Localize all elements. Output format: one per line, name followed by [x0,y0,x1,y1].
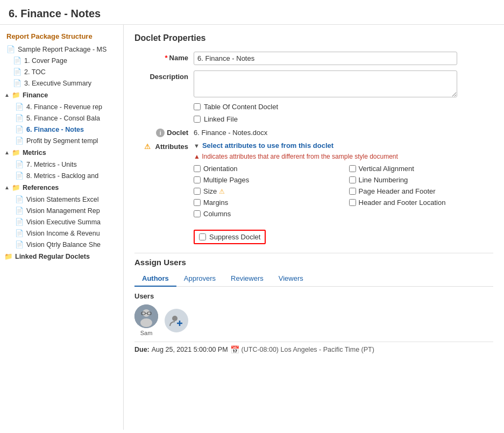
required-star: * [165,54,168,62]
sidebar-folder-finance[interactable]: ▲ 📁 Finance [0,89,123,101]
description-textarea[interactable] [194,70,457,97]
doc-icon [15,172,24,180]
sidebar-folder-metrics[interactable]: ▲ 📁 Metrics [0,146,123,159]
assign-users-tabs: Authors Approvers Reviewers Viewers [134,271,493,287]
attr-size-checkbox[interactable] [194,188,201,195]
attributes-header: ▼ Select attributes to use from this doc… [194,141,493,150]
sidebar-item-finance-notes[interactable]: 6. Finance - Notes [9,124,123,135]
doc-icon [15,240,24,249]
attr-size: Size ⚠ [194,187,338,195]
sidebar-item-vision-statements[interactable]: Vision Statements Excel [9,194,123,205]
table-of-content-row: Table Of Content Doclet [194,103,493,111]
doclet-properties-title: Doclet Properties [134,33,493,43]
caret-icon: ▲ [4,184,10,190]
description-row: Description [134,70,493,97]
users-section-title: Users [134,292,493,300]
linked-folder-icon: 📁 [4,252,13,260]
doclet-row-label: iDoclet [134,127,194,137]
doc-icon [15,137,24,145]
doc-icon [13,56,22,65]
attributes-section: ⚠ Attributes ▼ Select attributes to use … [134,141,493,220]
sidebar-folder-references[interactable]: ▲ 📁 References [0,181,123,194]
add-user-button[interactable] [165,309,188,332]
caret-icon: ▲ [4,150,10,155]
table-of-content-label: Table Of Content Doclet [204,103,278,111]
folder-icon: 📁 [12,183,20,191]
linked-file-checkbox[interactable] [194,116,201,123]
suppress-doclet-label: Suppress Doclet [209,233,260,241]
name-label: *Name [134,52,194,62]
folder-icon: 📁 [12,91,20,99]
tab-approvers[interactable]: Approvers [176,271,223,287]
info-icon[interactable]: i [156,129,165,137]
assign-users-title: Assign Users [134,258,493,267]
attr-columns: Columns [194,210,338,218]
attr-warning-text: ▲ Indicates attributes that are differen… [194,153,493,160]
tab-reviewers[interactable]: Reviewers [223,271,271,287]
doc-icon [15,218,24,226]
attr-margins: Margins [194,198,338,207]
attr-orientation-checkbox[interactable] [194,165,201,172]
attr-header-footer-location-checkbox[interactable] [349,199,356,206]
calendar-icon[interactable]: 📅 [230,345,239,354]
due-row: Due: Aug 25, 2021 5:00:00 PM 📅 (UTC-08:0… [134,345,493,354]
due-date: Aug 25, 2021 5:00:00 PM [152,346,228,353]
sidebar-linked-regular[interactable]: 📁 Linked Regular Doclets [0,250,123,262]
sidebar-section-title: Report Package Structure [0,30,123,44]
sidebar-item-vision-income[interactable]: Vision Income & Revenu [9,228,123,239]
attributes-label: ⚠ Attributes [134,141,194,220]
users-row: Sam [134,304,493,336]
sidebar-item-cover[interactable]: 1. Cover Page [0,55,123,66]
attributes-warning-icon: ⚠ [144,143,151,151]
name-row: *Name [134,52,493,65]
sidebar-item-toc[interactable]: 2. TOC [0,66,123,77]
sidebar: Report Package Structure Sample Report P… [0,25,124,430]
attr-page-header-footer-checkbox[interactable] [349,188,356,195]
attr-multiple-pages-checkbox[interactable] [194,176,201,183]
attr-line-numbering-checkbox[interactable] [349,176,356,183]
attr-page-header-footer: Page Header and Footer [349,187,494,195]
doc-icon [15,160,24,168]
doc-icon [6,45,15,53]
tab-authors[interactable]: Authors [134,271,176,287]
folder-icon: 📁 [12,148,20,157]
attr-margins-checkbox[interactable] [194,199,201,206]
svg-point-2 [140,318,152,327]
main-content: Doclet Properties *Name Description Tabl… [124,25,504,430]
table-of-content-checkbox[interactable] [194,103,201,110]
attributes-content: ▼ Select attributes to use from this doc… [194,141,493,220]
name-input[interactable] [194,52,457,65]
description-label: Description [134,70,194,81]
linked-file-row: Linked File [194,115,493,123]
suppress-doclet-checkbox[interactable] [199,233,206,240]
sidebar-item-metrics-units[interactable]: 7. Metrics - Units [9,159,123,170]
caret-icon: ▲ [4,92,10,98]
sidebar-item-finance-rev[interactable]: 4. Finance - Revenue rep [9,101,123,112]
user-sam-name: Sam [140,330,153,336]
doc-icon [15,125,24,133]
avatar-sam [134,304,158,328]
doc-icon [15,207,24,215]
attr-columns-checkbox[interactable] [194,210,201,217]
suppress-doclet-container: Suppress Doclet [194,230,266,244]
sidebar-item-profit-seg[interactable]: Profit by Segment templ [9,135,123,146]
doclet-filename: 6. Finance - Notes.docx [194,129,267,137]
tab-viewers[interactable]: Viewers [271,271,311,287]
user-sam-container: Sam [134,304,158,336]
sidebar-item-exec-summary[interactable]: 3. Executive Summary [0,77,123,89]
doc-icon [15,195,24,203]
sidebar-item-sample[interactable]: Sample Report Package - MS [0,44,123,55]
sidebar-item-metrics-backlog[interactable]: 8. Metrics - Backlog and [9,170,123,181]
expand-caret-icon: ▼ [194,143,200,149]
due-divider [134,342,493,342]
sidebar-item-vision-qtrly[interactable]: Vision Qtrly Balance She [9,239,123,250]
attr-vertical-alignment-checkbox[interactable] [349,165,356,172]
attr-multiple-pages: Multiple Pages [194,176,338,184]
due-label: Due: [134,346,150,353]
sidebar-item-vision-executive[interactable]: Vision Executive Summa [9,216,123,228]
doc-icon [15,229,24,237]
sidebar-item-finance-consol[interactable]: 5. Finance - Consol Bala [9,112,123,124]
linked-file-label: Linked File [204,115,238,123]
sidebar-item-vision-management[interactable]: Vision Management Rep [9,205,123,216]
doc-icon [13,68,22,76]
